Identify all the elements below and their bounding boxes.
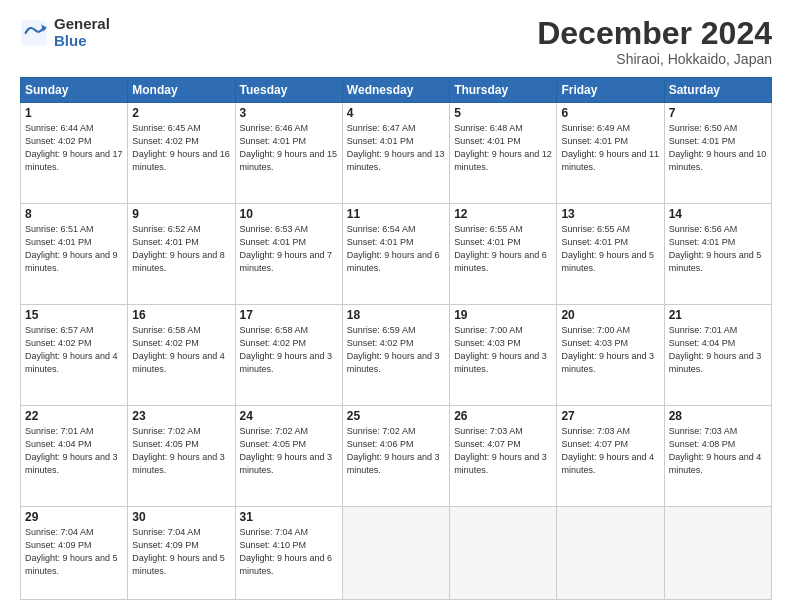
day-number: 22 xyxy=(25,409,123,423)
day-number: 9 xyxy=(132,207,230,221)
weekday-header-friday: Friday xyxy=(557,78,664,103)
calendar-day-cell: 22Sunrise: 7:01 AMSunset: 4:04 PMDayligh… xyxy=(21,406,128,507)
day-number: 15 xyxy=(25,308,123,322)
day-number: 19 xyxy=(454,308,552,322)
calendar-day-cell xyxy=(557,507,664,600)
calendar-week-row: 1Sunrise: 6:44 AMSunset: 4:02 PMDaylight… xyxy=(21,103,772,204)
day-number: 14 xyxy=(669,207,767,221)
day-info: Sunrise: 7:03 AMSunset: 4:07 PMDaylight:… xyxy=(561,426,654,475)
logo-blue-text: Blue xyxy=(54,33,110,50)
day-number: 17 xyxy=(240,308,338,322)
day-info: Sunrise: 6:46 AMSunset: 4:01 PMDaylight:… xyxy=(240,123,338,172)
day-info: Sunrise: 6:53 AMSunset: 4:01 PMDaylight:… xyxy=(240,224,333,273)
title-block: December 2024 Shiraoi, Hokkaido, Japan xyxy=(537,16,772,67)
calendar-day-cell: 14Sunrise: 6:56 AMSunset: 4:01 PMDayligh… xyxy=(664,204,771,305)
calendar-week-row: 15Sunrise: 6:57 AMSunset: 4:02 PMDayligh… xyxy=(21,305,772,406)
day-number: 24 xyxy=(240,409,338,423)
calendar-day-cell: 18Sunrise: 6:59 AMSunset: 4:02 PMDayligh… xyxy=(342,305,449,406)
calendar-day-cell: 5Sunrise: 6:48 AMSunset: 4:01 PMDaylight… xyxy=(450,103,557,204)
day-number: 7 xyxy=(669,106,767,120)
day-number: 18 xyxy=(347,308,445,322)
weekday-header-tuesday: Tuesday xyxy=(235,78,342,103)
day-number: 4 xyxy=(347,106,445,120)
calendar-day-cell: 25Sunrise: 7:02 AMSunset: 4:06 PMDayligh… xyxy=(342,406,449,507)
calendar-day-cell: 7Sunrise: 6:50 AMSunset: 4:01 PMDaylight… xyxy=(664,103,771,204)
weekday-header-row: SundayMondayTuesdayWednesdayThursdayFrid… xyxy=(21,78,772,103)
day-info: Sunrise: 6:55 AMSunset: 4:01 PMDaylight:… xyxy=(561,224,654,273)
day-info: Sunrise: 6:58 AMSunset: 4:02 PMDaylight:… xyxy=(132,325,225,374)
calendar-week-row: 8Sunrise: 6:51 AMSunset: 4:01 PMDaylight… xyxy=(21,204,772,305)
weekday-header-wednesday: Wednesday xyxy=(342,78,449,103)
day-number: 2 xyxy=(132,106,230,120)
day-number: 26 xyxy=(454,409,552,423)
calendar-day-cell: 16Sunrise: 6:58 AMSunset: 4:02 PMDayligh… xyxy=(128,305,235,406)
calendar-day-cell: 19Sunrise: 7:00 AMSunset: 4:03 PMDayligh… xyxy=(450,305,557,406)
day-info: Sunrise: 7:04 AMSunset: 4:09 PMDaylight:… xyxy=(132,527,225,576)
calendar-week-row: 22Sunrise: 7:01 AMSunset: 4:04 PMDayligh… xyxy=(21,406,772,507)
day-number: 23 xyxy=(132,409,230,423)
day-info: Sunrise: 7:02 AMSunset: 4:05 PMDaylight:… xyxy=(240,426,333,475)
logo-icon xyxy=(20,19,48,47)
location-subtitle: Shiraoi, Hokkaido, Japan xyxy=(537,51,772,67)
header: General Blue December 2024 Shiraoi, Hokk… xyxy=(20,16,772,67)
day-info: Sunrise: 7:03 AMSunset: 4:08 PMDaylight:… xyxy=(669,426,762,475)
day-number: 31 xyxy=(240,510,338,524)
weekday-header-saturday: Saturday xyxy=(664,78,771,103)
calendar-day-cell: 3Sunrise: 6:46 AMSunset: 4:01 PMDaylight… xyxy=(235,103,342,204)
day-info: Sunrise: 6:56 AMSunset: 4:01 PMDaylight:… xyxy=(669,224,762,273)
day-number: 13 xyxy=(561,207,659,221)
page: General Blue December 2024 Shiraoi, Hokk… xyxy=(0,0,792,612)
calendar-day-cell: 6Sunrise: 6:49 AMSunset: 4:01 PMDaylight… xyxy=(557,103,664,204)
day-info: Sunrise: 6:51 AMSunset: 4:01 PMDaylight:… xyxy=(25,224,118,273)
calendar-day-cell: 21Sunrise: 7:01 AMSunset: 4:04 PMDayligh… xyxy=(664,305,771,406)
day-number: 25 xyxy=(347,409,445,423)
calendar-day-cell: 31Sunrise: 7:04 AMSunset: 4:10 PMDayligh… xyxy=(235,507,342,600)
calendar-day-cell xyxy=(664,507,771,600)
day-info: Sunrise: 7:00 AMSunset: 4:03 PMDaylight:… xyxy=(561,325,654,374)
weekday-header-monday: Monday xyxy=(128,78,235,103)
calendar-week-row: 29Sunrise: 7:04 AMSunset: 4:09 PMDayligh… xyxy=(21,507,772,600)
day-info: Sunrise: 7:01 AMSunset: 4:04 PMDaylight:… xyxy=(669,325,762,374)
day-number: 6 xyxy=(561,106,659,120)
logo-general-text: General xyxy=(54,16,110,33)
calendar-day-cell: 24Sunrise: 7:02 AMSunset: 4:05 PMDayligh… xyxy=(235,406,342,507)
calendar-day-cell: 2Sunrise: 6:45 AMSunset: 4:02 PMDaylight… xyxy=(128,103,235,204)
day-info: Sunrise: 7:03 AMSunset: 4:07 PMDaylight:… xyxy=(454,426,547,475)
calendar-day-cell: 17Sunrise: 6:58 AMSunset: 4:02 PMDayligh… xyxy=(235,305,342,406)
day-info: Sunrise: 7:04 AMSunset: 4:09 PMDaylight:… xyxy=(25,527,118,576)
calendar-day-cell: 9Sunrise: 6:52 AMSunset: 4:01 PMDaylight… xyxy=(128,204,235,305)
calendar-day-cell: 1Sunrise: 6:44 AMSunset: 4:02 PMDaylight… xyxy=(21,103,128,204)
day-number: 10 xyxy=(240,207,338,221)
calendar-day-cell: 4Sunrise: 6:47 AMSunset: 4:01 PMDaylight… xyxy=(342,103,449,204)
day-info: Sunrise: 7:01 AMSunset: 4:04 PMDaylight:… xyxy=(25,426,118,475)
calendar-day-cell: 13Sunrise: 6:55 AMSunset: 4:01 PMDayligh… xyxy=(557,204,664,305)
calendar-day-cell: 11Sunrise: 6:54 AMSunset: 4:01 PMDayligh… xyxy=(342,204,449,305)
weekday-header-thursday: Thursday xyxy=(450,78,557,103)
day-info: Sunrise: 6:50 AMSunset: 4:01 PMDaylight:… xyxy=(669,123,767,172)
day-number: 8 xyxy=(25,207,123,221)
day-info: Sunrise: 7:02 AMSunset: 4:06 PMDaylight:… xyxy=(347,426,440,475)
day-info: Sunrise: 6:58 AMSunset: 4:02 PMDaylight:… xyxy=(240,325,333,374)
logo: General Blue xyxy=(20,16,110,49)
day-number: 27 xyxy=(561,409,659,423)
weekday-header-sunday: Sunday xyxy=(21,78,128,103)
logo-text: General Blue xyxy=(54,16,110,49)
day-number: 16 xyxy=(132,308,230,322)
calendar-table: SundayMondayTuesdayWednesdayThursdayFrid… xyxy=(20,77,772,600)
calendar-day-cell: 30Sunrise: 7:04 AMSunset: 4:09 PMDayligh… xyxy=(128,507,235,600)
day-number: 3 xyxy=(240,106,338,120)
day-info: Sunrise: 6:59 AMSunset: 4:02 PMDaylight:… xyxy=(347,325,440,374)
day-info: Sunrise: 6:49 AMSunset: 4:01 PMDaylight:… xyxy=(561,123,659,172)
calendar-day-cell: 12Sunrise: 6:55 AMSunset: 4:01 PMDayligh… xyxy=(450,204,557,305)
day-number: 11 xyxy=(347,207,445,221)
day-number: 5 xyxy=(454,106,552,120)
calendar-day-cell: 27Sunrise: 7:03 AMSunset: 4:07 PMDayligh… xyxy=(557,406,664,507)
calendar-day-cell: 26Sunrise: 7:03 AMSunset: 4:07 PMDayligh… xyxy=(450,406,557,507)
day-number: 29 xyxy=(25,510,123,524)
day-info: Sunrise: 6:48 AMSunset: 4:01 PMDaylight:… xyxy=(454,123,552,172)
day-number: 1 xyxy=(25,106,123,120)
day-info: Sunrise: 6:57 AMSunset: 4:02 PMDaylight:… xyxy=(25,325,118,374)
day-info: Sunrise: 6:45 AMSunset: 4:02 PMDaylight:… xyxy=(132,123,230,172)
calendar-day-cell: 23Sunrise: 7:02 AMSunset: 4:05 PMDayligh… xyxy=(128,406,235,507)
calendar-day-cell: 20Sunrise: 7:00 AMSunset: 4:03 PMDayligh… xyxy=(557,305,664,406)
